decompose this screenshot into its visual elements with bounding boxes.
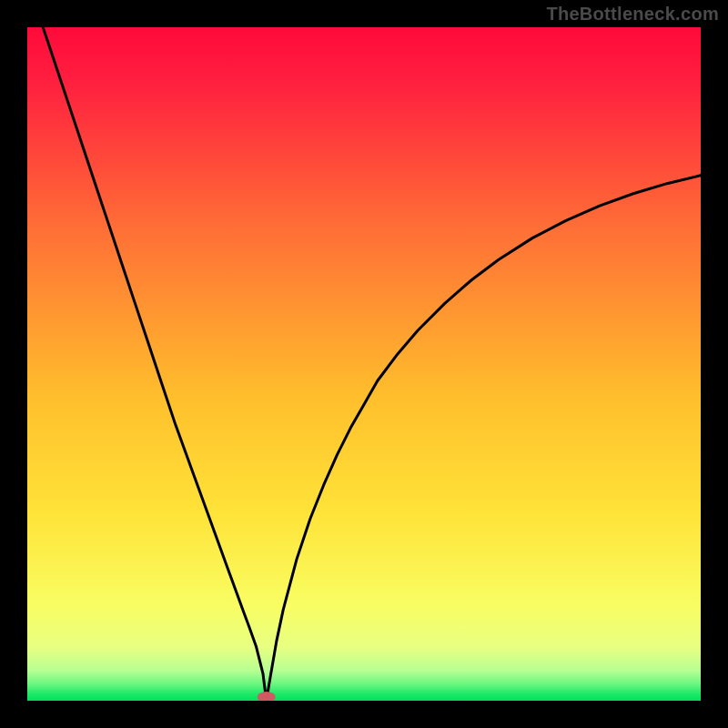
plot-area [27,27,701,701]
gradient-background [27,27,701,701]
watermark-text: TheBottleneck.com [546,4,719,25]
chart-frame: TheBottleneck.com [0,0,728,728]
plot-svg [27,27,701,701]
